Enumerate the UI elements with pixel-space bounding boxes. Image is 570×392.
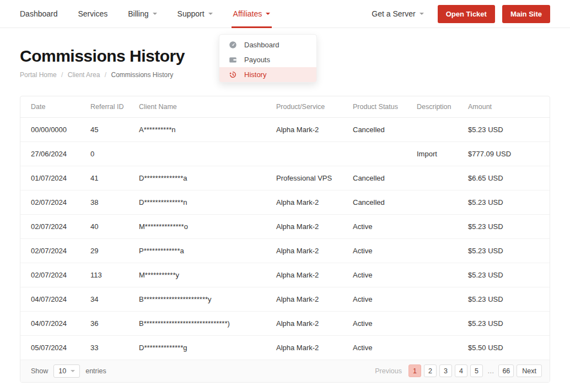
cell-amount: $5.23 USD bbox=[463, 287, 550, 311]
open-ticket-button[interactable]: Open Ticket bbox=[438, 5, 495, 23]
cell-product-status: Active bbox=[347, 263, 411, 287]
cell-amount: $5.23 USD bbox=[463, 263, 550, 287]
cell-referral-id: 40 bbox=[85, 214, 133, 238]
cell-client-name bbox=[133, 141, 271, 166]
table-body: 00/00/0000 45 A**********n Alpha Mark-2 … bbox=[20, 117, 550, 360]
nav-item-billing[interactable]: Billing bbox=[128, 0, 157, 28]
nav-item-affiliates[interactable]: Affiliates bbox=[233, 0, 271, 28]
chevron-down-icon bbox=[420, 13, 424, 15]
nav-item-support[interactable]: Support bbox=[178, 0, 213, 28]
cell-product-service: Alpha Mark-2 bbox=[271, 263, 347, 287]
cell-date: 02/07/2024 bbox=[20, 238, 85, 263]
cell-description bbox=[411, 311, 463, 335]
page-button-1[interactable]: 1 bbox=[408, 364, 421, 377]
breadcrumb-client-area[interactable]: Client Area bbox=[68, 71, 100, 79]
nav-item-dashboard[interactable]: Dashboard bbox=[20, 0, 58, 28]
cell-amount: $5.23 USD bbox=[463, 214, 550, 238]
page-size-select[interactable]: 10 bbox=[53, 364, 80, 378]
column-header-description: Description bbox=[411, 96, 463, 118]
nav-item-services[interactable]: Services bbox=[78, 0, 108, 28]
cell-product-service: Professional VPS bbox=[271, 166, 347, 190]
cell-product-status: Cancelled bbox=[347, 117, 411, 141]
cell-referral-id: 0 bbox=[85, 141, 133, 166]
commissions-table: DateReferral IDClient NameProduct/Servic… bbox=[20, 96, 550, 360]
page-button-5[interactable]: 5 bbox=[470, 364, 483, 377]
table-footer: Show 10 entries Previous 12345…66 Next bbox=[20, 360, 550, 382]
cell-description bbox=[411, 214, 463, 238]
cell-referral-id: 45 bbox=[85, 117, 133, 141]
cell-client-name: B***********************y bbox=[133, 287, 271, 311]
cell-product-service: Alpha Mark-2 bbox=[271, 311, 347, 335]
cell-client-name: A**********n bbox=[133, 117, 271, 141]
main-site-button[interactable]: Main Site bbox=[502, 5, 550, 23]
cell-referral-id: 34 bbox=[85, 287, 133, 311]
cell-date: 27/06/2024 bbox=[20, 141, 85, 166]
cell-product-status: Cancelled bbox=[347, 190, 411, 214]
chevron-down-icon bbox=[71, 370, 75, 372]
dropdown-item-history[interactable]: History bbox=[219, 67, 316, 82]
breadcrumb-portal-home[interactable]: Portal Home bbox=[20, 71, 57, 79]
navbar-right: Get a Server Open Ticket Main Site bbox=[372, 0, 550, 28]
cell-client-name: D**************g bbox=[133, 335, 271, 360]
table-row: 01/07/2024 41 D**************a Professio… bbox=[20, 166, 550, 190]
dropdown-item-payouts[interactable]: Payouts bbox=[219, 52, 316, 67]
page-button-3[interactable]: 3 bbox=[439, 364, 452, 377]
breadcrumb-current: Commissions History bbox=[111, 71, 173, 79]
cell-product-status bbox=[347, 141, 411, 166]
cell-product-status: Active bbox=[347, 214, 411, 238]
nav-item-label: Billing bbox=[128, 9, 148, 18]
page-button-4[interactable]: 4 bbox=[455, 364, 467, 377]
get-a-server-label: Get a Server bbox=[372, 9, 415, 18]
cell-amount: $5.23 USD bbox=[463, 190, 550, 214]
cell-product-status: Active bbox=[347, 238, 411, 263]
wallet-icon bbox=[229, 56, 237, 64]
cell-date: 04/07/2024 bbox=[20, 311, 85, 335]
dropdown-item-label: Dashboard bbox=[244, 41, 279, 49]
cell-product-service bbox=[271, 141, 347, 166]
table-row: 02/07/2024 113 M***********y Alpha Mark-… bbox=[20, 263, 550, 287]
column-header-client-name: Client Name bbox=[133, 96, 271, 118]
table-row: 05/07/2024 33 D**************g Alpha Mar… bbox=[20, 335, 550, 360]
previous-page-button[interactable]: Previous bbox=[375, 367, 402, 375]
page-button-66[interactable]: 66 bbox=[498, 364, 514, 377]
table-row: 04/07/2024 34 B***********************y … bbox=[20, 287, 550, 311]
cell-date: 02/07/2024 bbox=[20, 190, 85, 214]
cell-description bbox=[411, 238, 463, 263]
breadcrumb-separator: / bbox=[105, 71, 106, 79]
cell-product-service: Alpha Mark-2 bbox=[271, 238, 347, 263]
show-entries-control: Show 10 entries bbox=[31, 364, 106, 378]
cell-referral-id: 29 bbox=[85, 238, 133, 263]
column-header-amount: Amount bbox=[463, 96, 550, 118]
pagination-ellipsis: … bbox=[486, 367, 496, 375]
get-a-server-dropdown[interactable]: Get a Server bbox=[372, 9, 423, 18]
chevron-down-icon bbox=[153, 13, 157, 15]
dropdown-item-dashboard[interactable]: Dashboard bbox=[219, 37, 316, 52]
cell-date: 02/07/2024 bbox=[20, 263, 85, 287]
cell-referral-id: 33 bbox=[85, 335, 133, 360]
cell-client-name: D**************n bbox=[133, 190, 271, 214]
page-content: Commissions History Portal Home / Client… bbox=[0, 47, 570, 383]
page-button-2[interactable]: 2 bbox=[424, 364, 437, 377]
cell-product-service: Alpha Mark-2 bbox=[271, 190, 347, 214]
nav-item-label: Services bbox=[78, 9, 108, 18]
page-buttons: 12345…66 bbox=[408, 364, 514, 377]
table-header-row: DateReferral IDClient NameProduct/Servic… bbox=[20, 96, 550, 118]
commissions-table-card: DateReferral IDClient NameProduct/Servic… bbox=[20, 96, 550, 383]
cell-product-status: Cancelled bbox=[347, 166, 411, 190]
affiliates-dropdown-menu: Dashboard Payouts History bbox=[219, 34, 317, 83]
cell-client-name: D**************a bbox=[133, 166, 271, 190]
chevron-down-icon bbox=[208, 13, 213, 15]
table-row: 00/00/0000 45 A**********n Alpha Mark-2 … bbox=[20, 117, 550, 141]
pagination: Previous 12345…66 Next bbox=[375, 364, 542, 377]
cell-client-name: M***********y bbox=[133, 263, 271, 287]
nav-item-label: Dashboard bbox=[20, 9, 58, 18]
cell-client-name: M**************o bbox=[133, 214, 271, 238]
table-row: 02/07/2024 29 P*************a Alpha Mark… bbox=[20, 238, 550, 263]
cell-description bbox=[411, 263, 463, 287]
main-nav-items: Dashboard Services Billing Support Affil… bbox=[20, 0, 270, 28]
cell-referral-id: 113 bbox=[85, 263, 133, 287]
cell-product-service: Alpha Mark-2 bbox=[271, 117, 347, 141]
next-page-button[interactable]: Next bbox=[517, 364, 542, 377]
column-header-product-service: Product/Service bbox=[271, 96, 347, 118]
cell-date: 00/00/0000 bbox=[20, 117, 85, 141]
